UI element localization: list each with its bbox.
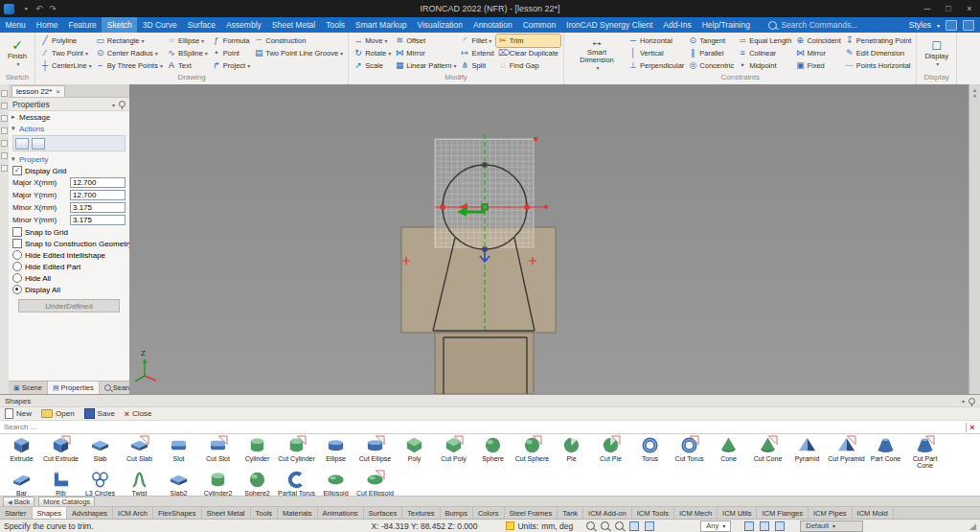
input-minor-y-mm[interactable] [70,215,125,225]
dock-tool-icon[interactable] [1,140,8,147]
catalog-item-cut-pyramid[interactable]: Cut Pyramid [827,434,866,469]
ribbon-button-finish[interactable]: ✓Finish▾ [3,37,32,68]
catalog-item-cut-poly[interactable]: Cut Poly [434,434,473,469]
ribbon-button-two-point-line-groove[interactable]: ▤Two Point Line Groove▾ [252,47,345,59]
menu-tab-feature[interactable]: Feature [63,17,102,33]
tree-item-property[interactable]: Property [9,153,129,165]
catalog-item-cylinder2[interactable]: Cylinder2 [198,469,238,497]
save-icon[interactable] [19,4,33,13]
catalog-item-cut-ellipse[interactable]: Cut Ellipse [355,434,395,469]
catalog-item-slot[interactable]: Slot [159,434,198,469]
ribbon-button-bspline[interactable]: ∿BSpline▾ [165,47,210,59]
wireframe-icon[interactable] [744,521,754,531]
expander-icon[interactable] [11,125,19,132]
ribbon-button-point[interactable]: •Point [210,47,252,59]
input-major-x-mm[interactable] [70,177,125,188]
menu-tab-annotation[interactable]: Annotation [467,17,517,33]
ribbon-button-equal-length[interactable]: ═Equal Length [736,35,793,47]
ribbon-button-mirror[interactable]: ⋈Mirror [793,47,842,59]
catalog-item-slab2[interactable]: Slab2 [159,469,198,497]
action-icon-1[interactable] [15,138,29,150]
command-search[interactable]: Search Commands... [768,17,857,33]
ribbon-button-parallel[interactable]: ∥Parallel [686,47,736,59]
ribbon-button-display[interactable]: □Display▾ [920,37,953,68]
zoom-in-icon[interactable] [586,521,595,530]
maximize-button[interactable]: □ [938,0,959,17]
render-icon[interactable] [775,521,785,531]
catalog-item-ellipsoid[interactable]: Ellipsoid [316,469,355,497]
ribbon-button-rotate[interactable]: ↻Rotate▾ [352,47,393,59]
styles-button[interactable]: Styles [909,20,931,30]
catalog-item-cut-extrude[interactable]: Cut Extrude [41,434,80,469]
catalog-item-ellipse[interactable]: Ellipse [316,434,355,469]
ribbon-button-midpoint[interactable]: •Midpoint [736,59,793,72]
ribbon-button-concentric[interactable]: ◎Concentric [686,59,736,72]
tree-item-actions[interactable]: Actions [9,123,129,134]
catalog-item-bar[interactable]: Bar [2,469,41,497]
menu-tab-smart-markup[interactable]: Smart Markup [351,17,412,33]
catalog-item-cut-ellipsoid[interactable]: Cut Ellipsoid [355,469,395,497]
catalog-item-pyramid[interactable]: Pyramid [787,434,827,469]
close-button[interactable]: × [959,0,980,17]
catalog-item-partial-torus[interactable]: Partial Torus [277,469,316,497]
menu-tab-common[interactable]: Common [517,17,560,33]
viewport[interactable]: Z [129,84,969,394]
tree-item-message[interactable]: Message [9,111,129,123]
ribbon-button-extend[interactable]: ↦Extend [458,47,495,59]
ribbon-button-ellipse[interactable]: ○Ellipse▾ [165,35,210,47]
catalog-item-part-cone[interactable]: Part Cone [866,434,905,469]
pin-icon[interactable] [119,101,125,107]
input-minor-x-mm[interactable] [70,202,125,213]
dock-tool-icon[interactable] [1,90,8,97]
ribbon-button-fillet[interactable]: ◜Fillet▾ [458,35,495,47]
catalog-item-l3-circles[interactable]: L3 Circles [80,469,120,497]
close-icon[interactable] [56,87,60,96]
catalog-new-button[interactable]: New [5,408,32,419]
redo-icon[interactable] [46,4,59,13]
ribbon-button-scale[interactable]: ↗Scale [352,59,393,72]
menu-tab-ironcad-synergy-client[interactable]: IronCAD Synergy Client [561,17,658,33]
catalog-save-button[interactable]: Save [84,408,115,419]
catalog-item-cut-cone[interactable]: Cut Cone [748,434,787,469]
panel-tab-properties[interactable]: ▤Properties [48,382,100,394]
catalog-item-cut-part-cone[interactable]: Cut Part Cone [905,434,945,469]
ribbon-button-points-horizontal[interactable]: ⋯Points Horizontal [843,59,914,72]
ribbon-button-colinear[interactable]: ≡Colinear [736,47,793,59]
ribbon-button-text[interactable]: AText [165,59,210,72]
ribbon-button-by-three-points[interactable]: ⌢By Three Points▾ [94,59,165,72]
action-icon-2[interactable] [32,138,45,150]
configuration-select[interactable]: Default [800,520,863,532]
ribbon-button-formula[interactable]: ƒFormula [210,35,252,47]
ribbon-button-find-gap[interactable]: ◌Find Gap [496,59,560,72]
ribbon-button-offset[interactable]: ≋Offset [393,35,458,47]
shaded-icon[interactable] [760,521,769,531]
selection-filter-select[interactable]: Any [700,520,731,532]
catalog-item-sphere[interactable]: Sphere [473,434,513,469]
catalog-item-cut-cylinder[interactable]: Cut Cylinder [277,434,316,469]
menu-tab-visualization[interactable]: Visualization [412,17,468,33]
palette-icon[interactable] [946,20,957,31]
ribbon-button-horizontal[interactable]: ─Horizontal [627,35,686,47]
units-readout[interactable]: Units: mm, deg [506,521,573,531]
radio-hide-all[interactable]: Hide All [9,272,129,284]
ribbon-button-perpendicular[interactable]: ⊥Perpendicular [627,59,686,72]
input-major-y-mm[interactable] [70,190,125,200]
dock-tool-icon[interactable] [1,152,8,159]
menu-tab-3d-curve[interactable]: 3D Curve [137,17,182,33]
ribbon-button-rectangle[interactable]: ▭Rectangle▾ [94,35,165,47]
menu-tab-sketch[interactable]: Sketch [102,17,137,33]
catalog-item-poly[interactable]: Poly [395,434,434,469]
zoom-out-icon[interactable] [601,521,609,530]
zoom-window-icon[interactable] [615,521,624,530]
ribbon-button-penetrating-point[interactable]: ↧Penetrating Point [843,35,914,47]
ribbon-button-center-radius[interactable]: ⊙Center Radius▾ [94,47,165,59]
undo-icon[interactable] [33,4,46,13]
chevron-down-icon[interactable] [112,100,115,109]
catalog-item-torus[interactable]: Torus [630,434,670,469]
expander-icon[interactable] [11,113,19,121]
dock-tool-icon[interactable] [1,103,8,109]
dock-tool-icon[interactable] [1,165,8,172]
menu-tab-tools[interactable]: Tools [321,17,351,33]
ribbon-button-fixed[interactable]: ▣Fixed [793,59,842,72]
dock-tool-icon[interactable] [1,127,8,134]
